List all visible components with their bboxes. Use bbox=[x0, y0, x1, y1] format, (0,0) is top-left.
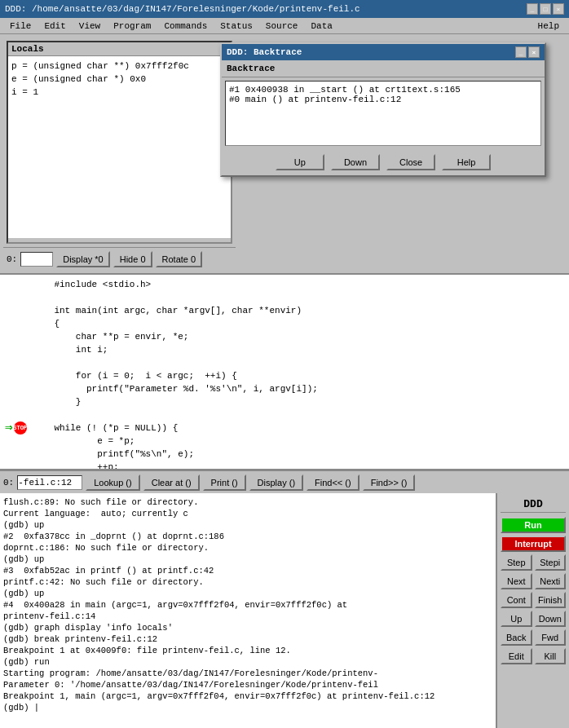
menu-data[interactable]: Data bbox=[304, 20, 338, 33]
cmd-input[interactable] bbox=[20, 252, 53, 267]
breakpoint-indicators: ⇒ STOP bbox=[5, 421, 27, 435]
clear-at-btn[interactable]: Clear at () bbox=[143, 474, 200, 491]
menu-file[interactable]: File bbox=[3, 20, 37, 33]
backtrace-help-btn[interactable]: Help bbox=[442, 154, 491, 170]
title-bar-text: DDD: /home/ansatte/03/dag/IN147/Forelesn… bbox=[5, 4, 360, 14]
code-line-1 bbox=[33, 291, 566, 304]
next-row: Next Nexti bbox=[501, 573, 566, 589]
cmd-area: 0: Display *0 Hide 0 Rotate 0 bbox=[3, 247, 236, 270]
code-line-6 bbox=[33, 356, 566, 369]
code-toolbar: 0: Lookup () Clear at () Print () Displa… bbox=[0, 470, 569, 493]
lookup-btn[interactable]: Lookup () bbox=[86, 474, 139, 491]
backtrace-dialog-title: DDD: Backtrace bbox=[227, 47, 302, 57]
locals-content: p = (unsigned char **) 0x7fff2f0c e = (u… bbox=[8, 56, 231, 238]
code-section: #include <stdio.h> int main(int argc, ch… bbox=[0, 275, 569, 470]
menu-edit[interactable]: Edit bbox=[37, 20, 72, 33]
menu-help[interactable]: Help bbox=[532, 20, 566, 33]
nexti-button[interactable]: Nexti bbox=[535, 573, 567, 589]
menu-status[interactable]: Status bbox=[214, 20, 259, 33]
cont-row: Cont Finish bbox=[501, 592, 566, 608]
stepi-button[interactable]: Stepi bbox=[535, 554, 567, 571]
code-line-2: int main(int argc, char *argv[], char **… bbox=[33, 304, 566, 317]
console-section: flush.c:89: No such file or directory. C… bbox=[0, 493, 569, 728]
minimize-button[interactable]: _ bbox=[527, 3, 538, 15]
cont-button[interactable]: Cont bbox=[501, 592, 532, 608]
step-button[interactable]: Step bbox=[501, 554, 532, 571]
code-line-7: for (i = 0; i < argc; ++i) { bbox=[33, 369, 566, 382]
code-line-5: int i; bbox=[33, 343, 566, 356]
edit-button[interactable]: Edit bbox=[501, 648, 532, 664]
finish-button[interactable]: Finish bbox=[535, 592, 567, 608]
console-line-0: flush.c:89: No such file or directory. bbox=[3, 496, 492, 508]
console-line-19: (gdb) | bbox=[3, 702, 492, 713]
display-tb-btn[interactable]: Display () bbox=[249, 474, 303, 491]
code-line-3: { bbox=[33, 317, 566, 330]
backtrace-up-btn[interactable]: Up bbox=[276, 154, 324, 170]
close-button[interactable]: × bbox=[553, 3, 564, 15]
step-row: Step Stepi bbox=[501, 554, 566, 571]
backtrace-close-icon[interactable]: × bbox=[528, 46, 540, 58]
locals-line-0: p = (unsigned char **) 0x7fff2f0c bbox=[11, 60, 227, 73]
fwd-button[interactable]: Fwd bbox=[535, 629, 567, 646]
stop-icon: STOP bbox=[14, 421, 27, 435]
interrupt-button[interactable]: Interrupt bbox=[501, 536, 566, 552]
code-line-11: while (! (*p = NULL)) { bbox=[33, 421, 178, 435]
backtrace-down-btn[interactable]: Down bbox=[331, 154, 380, 170]
backtrace-section-label: Backtrace bbox=[222, 60, 545, 77]
code-line-10 bbox=[33, 408, 566, 421]
back-button[interactable]: Back bbox=[501, 629, 532, 646]
maximize-button[interactable]: □ bbox=[540, 3, 551, 15]
backtrace-title-bar: DDD: Backtrace _ × bbox=[222, 44, 545, 60]
menu-commands[interactable]: Commands bbox=[157, 20, 214, 33]
menu-view[interactable]: View bbox=[73, 20, 107, 33]
console-line-12: (gdb) break printenv-feil.c:12 bbox=[3, 633, 492, 645]
console-line-1: Current language: auto; currently c bbox=[3, 508, 492, 519]
menu-bar: File Edit View Program Commands Status S… bbox=[0, 18, 569, 34]
kill-button[interactable]: Kill bbox=[535, 648, 567, 664]
menu-source[interactable]: Source bbox=[259, 20, 305, 33]
code-line-12: e = *p; bbox=[33, 435, 566, 448]
console-line-16: Parameter 0: '/home/ansatte/03/dag/IN147… bbox=[3, 679, 492, 690]
find-next-btn[interactable]: Find>> () bbox=[363, 474, 416, 491]
toolbar-label: 0: bbox=[3, 478, 14, 488]
console-line-9: #4 0x400a28 in main (argc=1, argv=0x7fff… bbox=[3, 599, 492, 611]
console-line-10: printenv-feil.c:14 bbox=[3, 611, 492, 622]
console-line-18: Breakpoint 1, main (argc=1, argv=0x7fff2… bbox=[3, 690, 492, 702]
console-line-2: (gdb) up bbox=[3, 519, 492, 531]
console-output: flush.c:89: No such file or directory. C… bbox=[0, 493, 496, 728]
find-prev-btn[interactable]: Find<< () bbox=[307, 474, 359, 491]
up-button[interactable]: Up bbox=[501, 611, 532, 627]
back-row: Back Fwd bbox=[501, 629, 566, 646]
title-bar-buttons: _ □ × bbox=[527, 3, 564, 15]
code-line-0: #include <stdio.h> bbox=[33, 278, 566, 291]
code-lines: #include <stdio.h> int main(int argc, ch… bbox=[3, 278, 566, 470]
menu-program[interactable]: Program bbox=[107, 20, 157, 33]
hide-btn[interactable]: Hide 0 bbox=[113, 251, 152, 267]
top-section: Locals p = (unsigned char **) 0x7fff2f0c… bbox=[0, 34, 569, 275]
toolbar-input[interactable] bbox=[17, 475, 82, 490]
locals-line-1: e = (unsigned char *) 0x0 bbox=[11, 73, 227, 86]
console-line-11: (gdb) graph display 'info locals' bbox=[3, 622, 492, 633]
code-line-4: char **p = envir, *e; bbox=[33, 330, 566, 343]
next-button[interactable]: Next bbox=[501, 573, 532, 589]
console-line-4: doprnt.c:186: No such file or directory. bbox=[3, 542, 492, 554]
locals-panel: Locals p = (unsigned char **) 0x7fff2f0c… bbox=[7, 41, 232, 244]
console-line-7: printf.c:42: No such file or directory. bbox=[3, 576, 492, 588]
run-button[interactable]: Run bbox=[501, 517, 566, 533]
console-line-5: (gdb) up bbox=[3, 554, 492, 565]
backtrace-line-1: #0 main () at printenv-feil.c:12 bbox=[229, 95, 537, 104]
cmd-label: 0: bbox=[7, 254, 17, 264]
display-btn[interactable]: Display *0 bbox=[56, 251, 110, 267]
backtrace-buttons: Up Down Close Help bbox=[222, 149, 545, 175]
backtrace-minimize[interactable]: _ bbox=[515, 46, 527, 58]
console-line-14: (gdb) run bbox=[3, 656, 492, 668]
backtrace-line-0: #1 0x400938 in __start () at crt1text.s:… bbox=[229, 85, 537, 95]
down-button[interactable]: Down bbox=[535, 611, 567, 627]
backtrace-close-btn[interactable]: Close bbox=[386, 154, 435, 170]
ddd-panel-title: DDD bbox=[501, 496, 566, 513]
print-btn[interactable]: Print () bbox=[203, 474, 246, 491]
rotate-btn[interactable]: Rotate 0 bbox=[156, 251, 203, 267]
title-bar: DDD: /home/ansatte/03/dag/IN147/Forelesn… bbox=[0, 0, 569, 18]
backtrace-dialog: DDD: Backtrace _ × Backtrace #1 0x400938… bbox=[220, 42, 546, 177]
main-container: Locals p = (unsigned char **) 0x7fff2f0c… bbox=[0, 34, 569, 728]
